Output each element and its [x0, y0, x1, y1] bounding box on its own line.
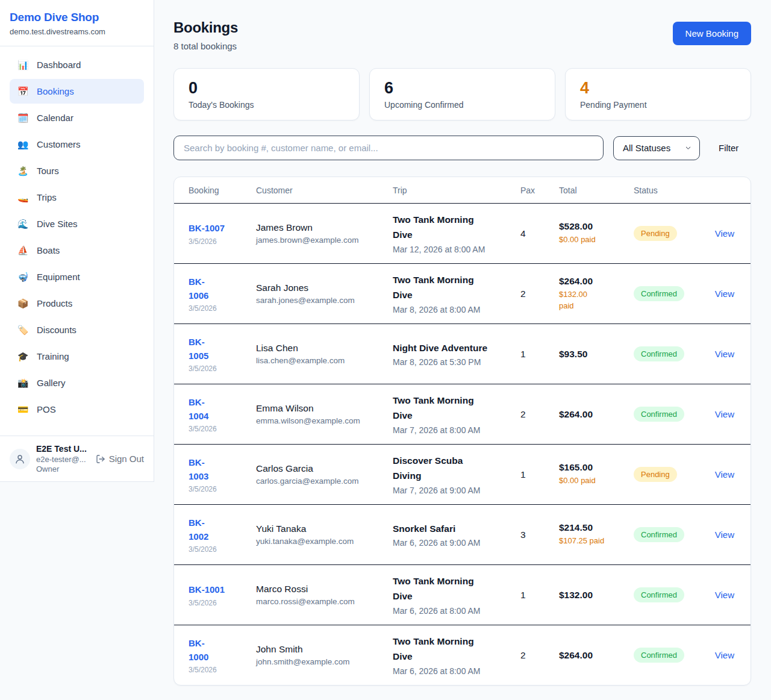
search-input[interactable] [173, 136, 604, 160]
customer-cell: Yuki Tanaka yuki.tanaka@example.com [256, 523, 386, 546]
booking-number-link[interactable]: BK- 1005 [189, 335, 249, 363]
customer-name: Yuki Tanaka [256, 523, 386, 534]
total-amount: $165.00 [559, 462, 626, 473]
sidebar-item-customers[interactable]: 👥 Customers [10, 132, 144, 157]
filter-button[interactable]: Filter [719, 143, 738, 153]
pax-cell: 1 [520, 590, 552, 601]
booking-date: 3/5/2026 [189, 485, 249, 493]
stat-value: 6 [384, 79, 540, 98]
stat-card-upcoming-confirmed: 6 Upcoming Confirmed [369, 68, 555, 120]
sidebar-item-pos[interactable]: 💳 POS [10, 397, 144, 422]
trip-cell: Snorkel Safari Mar 6, 2026 at 9:00 AM [393, 522, 513, 548]
trip-datetime: Mar 12, 2026 at 8:00 AM [393, 245, 513, 254]
status-cell: Confirmed [634, 648, 705, 663]
sidebar-item-label: Boats [37, 245, 60, 255]
status-badge: Confirmed [634, 286, 684, 301]
view-link[interactable]: View [715, 650, 734, 660]
booking-cell: BK- 1006 3/5/2026 [189, 275, 249, 313]
amount-paid: $0.00 paid [559, 475, 626, 486]
total-amount: $528.00 [559, 221, 626, 232]
sidebar-item-tours[interactable]: 🏝️ Tours [10, 158, 144, 183]
sidebar-item-training[interactable]: 🎓 Training [10, 344, 144, 369]
dashboard-icon: 📊 [17, 60, 29, 70]
status-badge: Confirmed [634, 346, 684, 361]
stat-label: Upcoming Confirmed [384, 100, 540, 110]
table-row: BK- 1002 3/5/2026 Yuki Tanaka yuki.tanak… [174, 504, 751, 564]
booking-date: 3/5/2026 [189, 304, 249, 313]
total-amount: $93.50 [559, 349, 626, 360]
avatar [10, 449, 30, 469]
total-cell: $93.50 [559, 349, 626, 360]
sailboat-icon: ⛵ [17, 245, 29, 256]
sidebar-item-label: Training [37, 351, 69, 361]
view-link[interactable]: View [715, 289, 734, 299]
table-row: BK-1007 3/5/2026 James Brown james.brown… [174, 203, 751, 263]
sidebar-item-trips[interactable]: 🚤 Trips [10, 185, 144, 210]
status-filter-select[interactable]: All Statuses [613, 136, 700, 160]
customer-email: emma.wilson@example.com [256, 416, 386, 425]
view-link[interactable]: View [715, 409, 734, 419]
total-cell: $214.50 $107.25 paid [559, 522, 626, 546]
sidebar-item-label: Dashboard [37, 60, 81, 70]
sidebar-item-discounts[interactable]: 🏷️ Discounts [10, 317, 144, 342]
customer-cell: James Brown james.brown@example.com [256, 222, 386, 245]
booking-number-link[interactable]: BK- 1006 [189, 275, 249, 303]
column-header-status: Status [634, 186, 705, 195]
sidebar-item-products[interactable]: 📦 Products [10, 291, 144, 316]
total-cell: $528.00 $0.00 paid [559, 221, 626, 245]
sidebar-item-label: Calendar [37, 113, 73, 123]
sign-out-label: Sign Out [109, 454, 144, 464]
view-link[interactable]: View [715, 530, 734, 540]
booking-cell: BK-1001 3/5/2026 [189, 583, 249, 607]
sidebar-item-dive-sites[interactable]: 🌊 Dive Sites [10, 211, 144, 236]
booking-number-link[interactable]: BK-1001 [189, 583, 249, 596]
sidebar-item-label: Dive Sites [37, 219, 78, 229]
view-link[interactable]: View [715, 469, 734, 480]
view-link[interactable]: View [715, 590, 734, 600]
status-badge: Confirmed [634, 527, 684, 542]
trip-cell: Two Tank Morning Dive Mar 7, 2026 at 8:0… [393, 393, 513, 435]
booking-number-link[interactable]: BK-1007 [189, 221, 249, 235]
sign-out-button[interactable]: Sign Out [96, 454, 144, 464]
main-content: Bookings 8 total bookings New Booking 0 … [154, 0, 771, 700]
amount-paid: $107.25 paid [559, 536, 626, 546]
trip-datetime: Mar 6, 2026 at 8:00 AM [393, 606, 513, 616]
page-title: Bookings [173, 19, 238, 36]
customer-name: John Smith [256, 644, 386, 655]
customer-email: john.smith@example.com [256, 657, 386, 666]
booking-number-link[interactable]: BK- 1002 [189, 516, 249, 544]
sidebar-item-boats[interactable]: ⛵ Boats [10, 238, 144, 263]
view-link[interactable]: View [715, 349, 734, 359]
calendar-icon: 🗓️ [17, 113, 29, 123]
column-header-booking: Booking [189, 186, 249, 195]
status-badge: Pending [634, 467, 677, 482]
customer-cell: Carlos Garcia carlos.garcia@example.com [256, 463, 386, 486]
total-amount: $264.00 [559, 409, 626, 420]
graduation-cap-icon: 🎓 [17, 351, 29, 362]
booking-cell: BK- 1000 3/5/2026 [189, 636, 249, 675]
view-link[interactable]: View [715, 228, 734, 239]
stats-row: 0 Today's Bookings 6 Upcoming Confirmed … [173, 68, 751, 120]
customer-email: marco.rossi@example.com [256, 597, 386, 606]
sidebar-item-equipment[interactable]: 🤿 Equipment [10, 264, 144, 289]
actions-cell: View [712, 530, 736, 540]
sidebar-item-dashboard[interactable]: 📊 Dashboard [10, 52, 144, 77]
booking-number-link[interactable]: BK- 1003 [189, 455, 249, 484]
table-header-row: Booking Customer Trip Pax Total Status [174, 177, 751, 203]
booking-number-link[interactable]: BK- 1004 [189, 395, 249, 423]
customer-cell: Sarah Jones sarah.jones@example.com [256, 283, 386, 305]
sidebar-nav: 📊 Dashboard 📅 Bookings 🗓️ Calendar 👥 Cus… [0, 46, 154, 436]
sidebar-item-gallery[interactable]: 📸 Gallery [10, 370, 144, 395]
pax-cell: 1 [520, 469, 552, 480]
new-booking-button[interactable]: New Booking [673, 22, 751, 45]
customer-cell: Lisa Chen lisa.chen@example.com [256, 343, 386, 365]
shop-title: Demo Dive Shop [10, 11, 144, 24]
trip-datetime: Mar 6, 2026 at 8:00 AM [393, 666, 513, 676]
sidebar-item-calendar[interactable]: 🗓️ Calendar [10, 105, 144, 130]
booking-number-link[interactable]: BK- 1000 [189, 636, 249, 664]
total-cell: $264.00 [559, 650, 626, 661]
customer-cell: Marco Rossi marco.rossi@example.com [256, 584, 386, 606]
sidebar-item-bookings[interactable]: 📅 Bookings [10, 79, 144, 104]
actions-cell: View [712, 469, 736, 480]
trip-name: Two Tank Morning Dive [393, 634, 513, 664]
